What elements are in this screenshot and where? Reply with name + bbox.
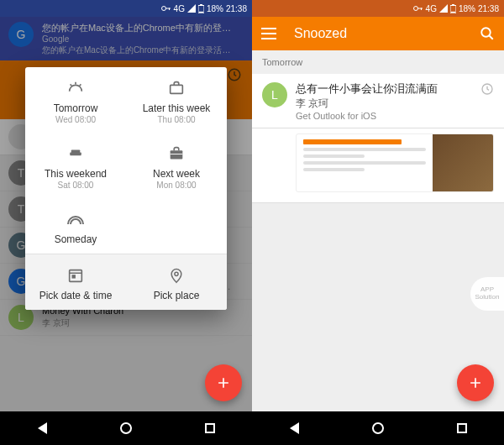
status-bar: 4G 18% 21:38	[252, 0, 504, 17]
search-icon	[480, 26, 495, 41]
card-title: 总有一件小事会让你泪流满面	[296, 82, 472, 97]
svg-rect-15	[70, 270, 82, 282]
network-label: 4G	[426, 4, 437, 13]
compose-fab[interactable]	[205, 364, 242, 401]
svg-rect-25	[261, 28, 276, 29]
battery-icon	[450, 4, 456, 13]
option-sub: Thu 08:00	[157, 115, 195, 124]
svg-point-19	[413, 7, 417, 11]
battery-pct: 18%	[207, 4, 223, 13]
svg-line-9	[80, 84, 81, 86]
snooze-option-next-week[interactable]: Next week Mon 08:00	[126, 133, 227, 198]
android-nav-bar	[252, 411, 504, 445]
svg-rect-24	[451, 11, 455, 13]
back-icon	[38, 422, 47, 434]
menu-button[interactable]	[260, 25, 277, 42]
svg-rect-13	[171, 150, 183, 159]
nav-home-button[interactable]	[365, 416, 391, 441]
svg-line-29	[489, 35, 493, 39]
recents-icon	[457, 423, 467, 433]
option-label: Later this week	[143, 102, 211, 114]
option-sub: Wed 08:00	[55, 115, 96, 124]
clock-icon	[480, 82, 494, 96]
snoozed-email-card[interactable]: L 总有一件小事会让你泪流满面 李 京珂 Get Outlook for iOS	[252, 74, 504, 128]
phone-right-snoozed-list: 4G 18% 21:38 Snoozed Tomorrow L 总有一件小事会让…	[252, 0, 504, 445]
option-sub: Mon 08:00	[156, 181, 196, 190]
svg-rect-27	[261, 38, 276, 39]
snooze-option-tomorrow[interactable]: Tomorrow Wed 08:00	[25, 67, 126, 133]
card-body: 总有一件小事会让你泪流满面 李 京珂 Get Outlook for iOS	[296, 82, 472, 121]
svg-rect-10	[171, 85, 183, 93]
android-nav-bar	[0, 411, 252, 445]
card-sender: 李 京珂	[296, 97, 472, 110]
sofa-icon	[65, 143, 87, 165]
option-sub: Sat 08:00	[58, 181, 94, 190]
pin-icon	[165, 264, 187, 286]
snooze-option-later-this-week[interactable]: Later this week Thu 08:00	[126, 67, 227, 133]
svg-rect-1	[165, 8, 171, 9]
snooze-pick-place[interactable]: Pick place	[126, 254, 227, 310]
watermark-badge: APP Solution	[470, 277, 504, 311]
nav-recents-button[interactable]	[197, 416, 223, 441]
svg-rect-21	[421, 8, 422, 11]
svg-point-18	[175, 272, 178, 275]
signal-icon	[439, 4, 448, 13]
signal-icon	[187, 4, 196, 13]
briefcase-icon	[165, 77, 187, 99]
nav-back-button[interactable]	[29, 416, 55, 441]
network-label: 4G	[174, 4, 185, 13]
svg-line-8	[71, 84, 72, 86]
vpn-key-icon	[413, 5, 423, 12]
option-label: Pick date & time	[39, 290, 113, 301]
nav-recents-button[interactable]	[449, 416, 475, 441]
sun-icon	[65, 77, 87, 99]
snooze-dialog: Tomorrow Wed 08:00 Later this week Thu 0…	[25, 67, 227, 310]
briefcase-icon	[165, 143, 187, 165]
svg-point-28	[481, 28, 491, 37]
back-icon	[290, 422, 299, 434]
plus-icon	[467, 374, 484, 391]
calendar-icon	[65, 264, 87, 286]
snooze-option-this-weekend[interactable]: This weekend Sat 08:00	[25, 133, 126, 198]
phone-left-snooze-dialog: 4G 18% 21:38 G 您的帐户在Mac设备上的Chrome中有新的登… …	[0, 0, 252, 445]
svg-point-0	[161, 7, 165, 11]
header-title: Snoozed	[294, 26, 479, 41]
section-header: Tomorrow	[252, 50, 504, 74]
plus-icon	[215, 374, 232, 391]
card-snippet: Get Outlook for iOS	[296, 111, 472, 121]
status-clock: 21:38	[478, 4, 499, 13]
svg-rect-17	[72, 275, 75, 278]
battery-icon	[198, 4, 204, 13]
status-clock: 21:38	[226, 4, 247, 13]
app-header: Snoozed	[252, 17, 504, 50]
option-label: Pick place	[154, 290, 200, 301]
compose-fab[interactable]	[457, 364, 494, 401]
option-label: Someday	[55, 233, 97, 245]
svg-rect-20	[417, 8, 423, 9]
home-icon	[372, 422, 384, 434]
nav-home-button[interactable]	[113, 416, 139, 441]
snooze-option-someday[interactable]: Someday	[25, 198, 126, 254]
hamburger-icon	[261, 28, 276, 39]
battery-pct: 18%	[459, 4, 475, 13]
nav-back-button[interactable]	[281, 416, 307, 441]
option-label: Next week	[153, 168, 200, 180]
option-label: Tomorrow	[54, 102, 98, 114]
snooze-pick-date-time[interactable]: Pick date & time	[25, 254, 126, 310]
status-bar: 4G 18% 21:38	[0, 0, 252, 17]
option-label: This weekend	[45, 168, 107, 180]
snoozed-body: Tomorrow L 总有一件小事会让你泪流满面 李 京珂 Get Outloo…	[252, 50, 504, 411]
svg-rect-2	[169, 8, 170, 11]
preview-thumbnail	[296, 134, 494, 192]
home-icon	[120, 422, 132, 434]
avatar: L	[262, 82, 287, 107]
preview-image	[433, 134, 493, 191]
svg-rect-26	[261, 33, 276, 34]
search-button[interactable]	[479, 25, 496, 42]
email-preview-card[interactable]	[252, 128, 504, 203]
svg-rect-14	[171, 154, 183, 154]
svg-rect-12	[70, 153, 81, 156]
recents-icon	[205, 423, 215, 433]
vpn-key-icon	[161, 5, 171, 12]
rainbow-icon	[65, 208, 87, 230]
